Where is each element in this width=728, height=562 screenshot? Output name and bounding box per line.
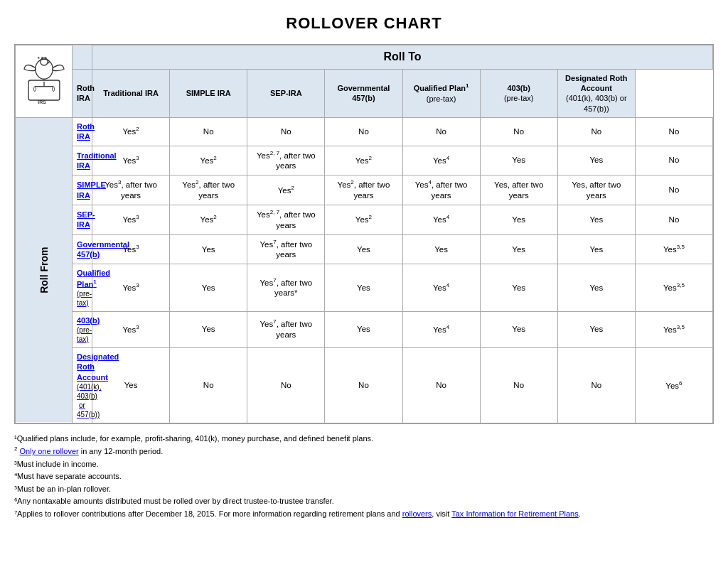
cell: Yes, after two years — [480, 175, 557, 205]
col-qual-plan: Qualified Plan1(pre-tax) — [402, 69, 480, 117]
row-label-403b[interactable]: 403(b)(pre-tax) — [73, 311, 92, 347]
footnote-4: ⁴Must have separate accounts. — [14, 470, 714, 483]
row-label-designated-roth[interactable]: DesignatedRoth Account(401(k), 403(b)or … — [73, 347, 92, 423]
cell: Yes3 — [92, 205, 170, 234]
rollover-chart: ★ ★ ★ IRS Roll To Roth IRA Traditional I… — [14, 44, 714, 424]
col-roth-ira: Roth IRA — [73, 69, 92, 117]
cell: No — [635, 117, 712, 146]
cell: Yes3 — [92, 146, 170, 175]
svg-point-3 — [35, 59, 53, 79]
cell: Yes4 — [402, 146, 480, 175]
row-label-roth-ira[interactable]: Roth IRA — [73, 117, 92, 146]
cell: No — [325, 347, 402, 423]
cell: Yes3 — [92, 311, 170, 347]
logo-cell: ★ ★ ★ IRS — [16, 45, 73, 118]
table-row: Roll From Roth IRA Yes2 No No No No No N… — [16, 117, 713, 146]
table-row: Traditional IRA Yes3 Yes2 Yes2, 7, after… — [16, 146, 713, 175]
cell: Yes — [557, 264, 635, 311]
cell: No — [480, 347, 557, 423]
cell: Yes2 — [325, 146, 402, 175]
cell: Yes2 — [92, 117, 170, 146]
col-des-roth: Designated Roth Account(401(k), 403(b) o… — [557, 69, 635, 117]
cell: Yes3,5 — [635, 264, 712, 311]
table-row: Governmental 457(b) Yes3 Yes Yes7, after… — [16, 234, 713, 264]
svg-text:IRS: IRS — [38, 99, 46, 104]
footnote-1: ¹Qualified plans include, for example, p… — [14, 433, 714, 445]
cell: Yes — [480, 264, 557, 311]
cell: Yes4 — [402, 264, 480, 311]
row-label-traditional-ira[interactable]: Traditional IRA — [73, 146, 92, 175]
cell: Yes — [480, 205, 557, 234]
footnote-2: 2 Only one rollover in any 12-month peri… — [14, 445, 714, 458]
footnotes-section: ¹Qualified plans include, for example, p… — [14, 433, 714, 521]
cell: No — [170, 117, 247, 146]
cell: Yes2 — [247, 175, 325, 205]
col-simple-ira: SIMPLE IRA — [170, 69, 247, 117]
col-403b: 403(b)(pre-tax) — [480, 69, 557, 117]
cell: Yes2 — [170, 205, 247, 234]
row-label-sep-ira[interactable]: SEP-IRA — [73, 205, 92, 234]
cell: Yes2, after two years — [170, 175, 247, 205]
cell: Yes3 — [92, 234, 170, 264]
cell: Yes2, after two years — [325, 175, 402, 205]
cell: Yes — [170, 234, 247, 264]
cell: Yes7, after two years* — [247, 264, 325, 311]
cell: Yes — [557, 311, 635, 347]
cell: No — [247, 117, 325, 146]
cell: No — [247, 347, 325, 423]
cell: No — [635, 205, 712, 234]
cell: Yes7, after two years — [247, 234, 325, 264]
cell: Yes — [480, 311, 557, 347]
col-sep-ira: SEP-IRA — [247, 69, 325, 117]
roll-to-header: Roll To — [92, 45, 713, 70]
cell: Yes4 — [402, 311, 480, 347]
svg-text:★ ★ ★: ★ ★ ★ — [36, 55, 48, 60]
roll-from-label — [73, 45, 92, 70]
cell: No — [635, 146, 712, 175]
cell: Yes2 — [170, 146, 247, 175]
cell: Yes — [325, 264, 402, 311]
cell: No — [635, 175, 712, 205]
cell: No — [170, 347, 247, 423]
table-row: DesignatedRoth Account(401(k), 403(b)or … — [16, 347, 713, 423]
tax-info-link[interactable]: Tax Information for Retirement Plans — [451, 509, 579, 518]
cell: No — [557, 347, 635, 423]
cell: Yes2 — [325, 205, 402, 234]
cell: Yes4 — [402, 205, 480, 234]
cell: Yes — [557, 234, 635, 264]
cell: Yes6 — [635, 347, 712, 423]
cell: No — [557, 117, 635, 146]
cell: No — [402, 117, 480, 146]
footnote-7: ⁷Applies to rollover contributions after… — [14, 508, 714, 521]
table-row: SEP-IRA Yes3 Yes2 Yes2, 7, after two yea… — [16, 205, 713, 234]
cell: Yes2, 7, after two years — [247, 205, 325, 234]
footnote-6: ⁶Any nontaxable amounts distributed must… — [14, 495, 714, 508]
cell: Yes — [325, 311, 402, 347]
table-row: SIMPLE IRA Yes3, after two years Yes2, a… — [16, 175, 713, 205]
cell: Yes3,5 — [635, 311, 712, 347]
cell: Yes — [325, 234, 402, 264]
page-title: ROLLOVER CHART — [14, 14, 714, 33]
table-row: Qualified Plan1(pre-tax) Yes3 Yes Yes7, … — [16, 264, 713, 311]
cell: Yes — [557, 205, 635, 234]
cell: Yes — [170, 264, 247, 311]
roll-from-vertical-label: Roll From — [16, 117, 73, 423]
irs-logo-icon: ★ ★ ★ IRS — [19, 55, 69, 105]
row-label-simple-ira[interactable]: SIMPLE IRA — [73, 175, 92, 205]
cell: Yes7, after two years — [247, 311, 325, 347]
row-label-gov-457b[interactable]: Governmental 457(b) — [73, 234, 92, 264]
cell: No — [480, 117, 557, 146]
cell: Yes2, 7, after two years — [247, 146, 325, 175]
cell: Yes — [557, 146, 635, 175]
cell: Yes — [170, 311, 247, 347]
row-label-qualified-plan[interactable]: Qualified Plan1(pre-tax) — [73, 264, 92, 311]
cell: Yes — [402, 234, 480, 264]
only-one-rollover-link[interactable]: Only one rollover — [20, 447, 79, 455]
cell: Yes, after two years — [557, 175, 635, 205]
rollovers-link[interactable]: rollovers — [402, 509, 432, 518]
table-row: 403(b)(pre-tax) Yes3 Yes Yes7, after two… — [16, 311, 713, 347]
cell: No — [402, 347, 480, 423]
cell: Yes — [480, 234, 557, 264]
col-gov-457b: Governmental 457(b) — [325, 69, 402, 117]
footnote-3: ³Must include in income. — [14, 458, 714, 471]
